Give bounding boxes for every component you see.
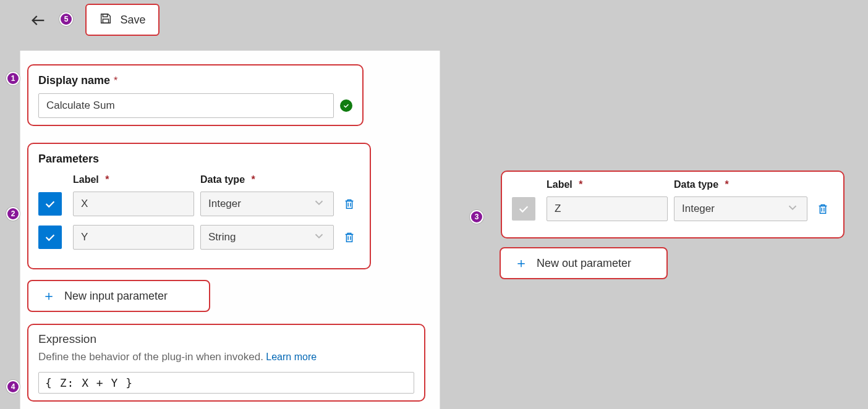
plus-icon: ＋ (42, 287, 56, 305)
required-asterisk: * (105, 174, 109, 185)
param-row: Integer (512, 196, 833, 221)
param-checkbox[interactable] (38, 192, 62, 216)
new-output-param-label: New out parameter (537, 257, 631, 270)
input-parameters-section: Parameters Label * Data type * Integer (27, 143, 371, 269)
delete-param-button[interactable] (816, 202, 830, 216)
param-label-input[interactable] (73, 225, 194, 250)
step-badge-5-label: 5 (64, 15, 69, 23)
expression-code: { Z: X + Y } (45, 376, 133, 389)
required-asterisk: * (251, 174, 255, 185)
step-badge-2-label: 2 (11, 209, 15, 218)
new-input-param-label: New input parameter (64, 290, 168, 303)
svg-rect-1 (103, 14, 108, 17)
svg-rect-9 (820, 206, 825, 213)
param-label-input[interactable] (73, 192, 194, 216)
save-icon (99, 12, 113, 28)
new-output-param-button[interactable]: ＋ New out parameter (500, 247, 668, 279)
step-badge-3: 3 (470, 210, 483, 224)
expression-section: Expression Define the behavior of the pl… (27, 324, 425, 402)
chevron-down-icon (786, 201, 799, 217)
chevron-down-icon (312, 229, 326, 246)
step-badge-4: 4 (6, 380, 20, 394)
param-type-value: Integer (208, 198, 241, 210)
input-col-type: Data type (200, 174, 245, 185)
param-type-select[interactable]: Integer (200, 192, 334, 216)
param-row: Integer (38, 192, 360, 216)
required-asterisk: * (114, 75, 117, 86)
param-checkbox[interactable] (512, 197, 535, 221)
save-button[interactable]: Save (85, 4, 160, 36)
step-badge-5: 5 (59, 12, 73, 26)
output-parameters-section: Label * Data type * Integer (501, 171, 845, 238)
param-label-input[interactable] (547, 196, 668, 221)
delete-param-button[interactable] (343, 230, 356, 244)
param-type-value: String (208, 231, 236, 243)
valid-icon (340, 99, 352, 112)
step-badge-3-label: 3 (475, 213, 479, 221)
chevron-down-icon (312, 196, 326, 213)
step-badge-1-label: 1 (11, 74, 15, 83)
new-input-param-button[interactable]: ＋ New input parameter (27, 280, 210, 312)
display-name-input[interactable] (38, 93, 334, 118)
expression-description: Define the behavior of the plug-in when … (38, 351, 263, 363)
input-col-label: Label (73, 174, 99, 185)
expression-title: Expression (38, 332, 414, 346)
required-asterisk: * (725, 179, 728, 190)
parameters-title: Parameters (38, 153, 99, 165)
svg-rect-6 (346, 234, 352, 242)
expression-input[interactable]: { Z: X + Y } (38, 372, 414, 394)
svg-rect-3 (346, 201, 352, 208)
step-badge-4-label: 4 (11, 382, 15, 391)
required-asterisk: * (579, 179, 582, 190)
delete-param-button[interactable] (343, 197, 356, 211)
output-col-type: Data type (674, 179, 718, 190)
param-checkbox[interactable] (38, 226, 62, 249)
svg-rect-2 (103, 19, 109, 22)
display-name-section: Display name * (27, 64, 364, 126)
display-name-title: Display name (38, 74, 110, 87)
param-row: String (38, 225, 360, 250)
param-type-value: Integer (682, 203, 715, 215)
step-badge-1: 1 (6, 72, 20, 85)
step-badge-2: 2 (6, 207, 20, 221)
output-col-label: Label (547, 179, 572, 190)
param-type-select[interactable]: Integer (674, 196, 807, 221)
learn-more-link[interactable]: Learn more (266, 352, 317, 362)
save-button-label: Save (120, 14, 145, 27)
plus-icon: ＋ (514, 254, 528, 272)
back-button[interactable] (30, 12, 47, 29)
param-type-select[interactable]: String (200, 225, 334, 250)
